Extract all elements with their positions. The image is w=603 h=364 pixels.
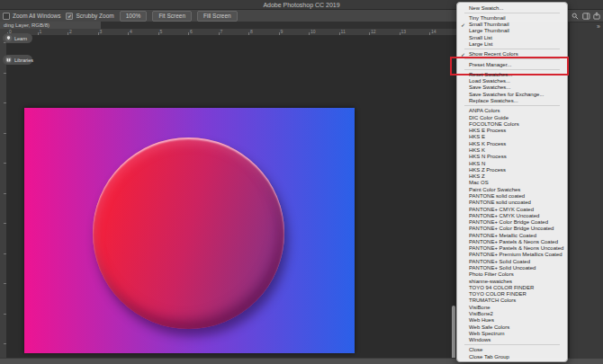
menu-item-label: Replace Swatches... <box>469 98 518 103</box>
ruler-number: 11 <box>341 29 346 34</box>
menu-item-web-hues[interactable]: Web Hues <box>457 317 567 324</box>
menu-item-label: shianne-swatches <box>469 279 512 284</box>
search-icon[interactable] <box>572 13 579 20</box>
menu-item-preset-manager[interactable]: Preset Manager... <box>457 61 567 67</box>
ruler-number: 4 <box>130 29 132 34</box>
menu-item-small-thumbnail[interactable]: ✓Small Thumbnail <box>457 22 567 28</box>
menu-item-label: TOYO COLOR FINDER <box>469 291 526 297</box>
option-checkbox-scrubby-zoom[interactable]: ✓Scrubby Zoom <box>66 13 113 20</box>
option-button-fit-screen[interactable]: Fit Screen <box>152 11 192 22</box>
menu-item-focoltone-colors[interactable]: FOCOLTONE Colors <box>457 120 567 127</box>
menu-item-mac-os[interactable]: Mac OS <box>457 180 567 186</box>
red-circle-artwork <box>93 138 284 329</box>
ruler-number: 1 <box>40 29 42 34</box>
menu-separator <box>464 344 560 345</box>
menu-item-label: VisiBone2 <box>469 311 493 316</box>
menu-item-close[interactable]: Close <box>457 347 567 353</box>
menu-item-visibone2[interactable]: VisiBone2 <box>457 310 567 316</box>
vertical-scrollbar-thumb[interactable] <box>452 306 455 364</box>
menu-item-close-tab-group[interactable]: Close Tab Group <box>457 353 567 360</box>
menu-item-pantone-metallic-coated[interactable]: PANTONE+ Metallic Coated <box>457 232 567 238</box>
menu-item-label: Tiny Thumbnail <box>469 15 506 21</box>
menu-item-windows[interactable]: Windows <box>457 337 567 343</box>
menu-item-toyo-color-finder[interactable]: TOYO COLOR FINDER <box>457 291 567 297</box>
menu-item-label: PANTONE+ Premium Metallics Coated <box>469 252 562 257</box>
option-button-fill-screen[interactable]: Fill Screen <box>197 11 238 22</box>
checkbox-unchecked-icon[interactable] <box>3 13 10 20</box>
menu-item-pantone-color-bridge-uncoated[interactable]: PANTONE+ Color Bridge Uncoated <box>457 226 567 232</box>
menu-item-toyo-94-color-finder[interactable]: TOYO 94 COLOR FINDER <box>457 284 567 290</box>
collapse-panels-icon[interactable]: » <box>597 23 600 30</box>
menu-item-hks-z-process[interactable]: HKS Z Process <box>457 166 567 173</box>
window-title: Adobe Photoshop CC 2019 <box>263 2 339 8</box>
menu-item-save-swatches[interactable]: Save Swatches... <box>457 84 567 91</box>
menu-item-large-list[interactable]: Large List <box>457 40 567 47</box>
menu-item-label: HKS E <box>469 134 485 139</box>
menu-item-label: DIC Color Guide <box>469 115 508 120</box>
menu-item-pantone-solid-uncoated[interactable]: PANTONE+ Solid Uncoated <box>457 264 567 271</box>
document-canvas[interactable] <box>24 108 355 353</box>
libraries-panel-button[interactable]: Libraries <box>3 55 32 65</box>
menu-item-dic-color-guide[interactable]: DIC Color Guide <box>457 114 567 120</box>
menu-item-shianne-swatches[interactable]: shianne-swatches <box>457 278 567 284</box>
menu-item-pantone-solid-uncoated[interactable]: PANTONE solid uncoated <box>457 200 567 206</box>
menu-item-label: New Swatch... <box>469 5 503 11</box>
checkmark-icon: ✓ <box>461 22 465 28</box>
menu-item-tiny-thumbnail[interactable]: Tiny Thumbnail <box>457 14 567 21</box>
checkbox-checked-icon[interactable]: ✓ <box>66 13 73 20</box>
menu-item-save-swatches-for-exchange[interactable]: Save Swatches for Exchange... <box>457 91 567 97</box>
photoshop-window: Adobe Photoshop CC 2019 Zoom All Windows… <box>0 0 603 364</box>
ruler-number: 7 <box>220 29 223 34</box>
ruler-number: 2 <box>69 29 72 34</box>
menu-item-pantone-solid-coated[interactable]: PANTONE+ Solid Coated <box>457 258 567 264</box>
share-icon[interactable] <box>593 12 600 20</box>
menu-item-label: Small Thumbnail <box>469 22 509 27</box>
menu-item-hks-e-process[interactable]: HKS E Process <box>457 128 567 134</box>
menu-item-pantone-color-bridge-coated[interactable]: PANTONE+ Color Bridge Coated <box>457 218 567 225</box>
menu-item-hks-k-process[interactable]: HKS K Process <box>457 140 567 146</box>
menu-separator <box>464 13 560 13</box>
menu-item-pantone-solid-coated[interactable]: PANTONE solid coated <box>457 192 567 199</box>
ruler-number: 8 <box>250 29 253 34</box>
menu-item-label: Small List <box>469 35 492 40</box>
ruler-number: 9 <box>281 29 284 34</box>
menu-item-hks-n-process[interactable]: HKS N Process <box>457 154 567 160</box>
menu-item-anpa-colors[interactable]: ANPA Colors <box>457 108 567 114</box>
menu-item-pantone-cmyk-uncoated[interactable]: PANTONE+ CMYK Uncoated <box>457 212 567 218</box>
document-tab[interactable]: ding Layer, RGB/8) <box>0 22 101 29</box>
menu-item-label: Show Recent Colors <box>469 51 518 57</box>
menu-item-pantone-premium-metallics-coated[interactable]: PANTONE+ Premium Metallics Coated <box>457 252 567 258</box>
menu-item-photo-filter-colors[interactable]: Photo Filter Colors <box>457 271 567 278</box>
menu-item-hks-k[interactable]: HKS K <box>457 146 567 153</box>
menu-item-label: Preset Manager... <box>469 62 511 67</box>
menu-item-trumatch-colors[interactable]: TRUMATCH Colors <box>457 297 567 304</box>
workspace-icon[interactable] <box>582 13 590 20</box>
menu-item-label: PANTONE+ CMYK Uncoated <box>469 213 539 218</box>
menu-item-label: TRUMATCH Colors <box>469 297 516 303</box>
option-button-100[interactable]: 100% <box>120 11 148 22</box>
menu-item-visibone[interactable]: VisiBone <box>457 304 567 310</box>
menu-item-hks-e[interactable]: HKS E <box>457 134 567 140</box>
option-checkbox-zoom-all-windows[interactable]: Zoom All Windows <box>3 13 60 20</box>
menu-item-reset-swatches[interactable]: Reset Swatches... <box>457 71 567 77</box>
menu-item-large-thumbnail[interactable]: Large Thumbnail <box>457 28 567 34</box>
menu-item-label: FOCOLTONE Colors <box>469 121 519 127</box>
learn-panel-button[interactable]: Learn <box>3 33 32 43</box>
menu-item-new-swatch[interactable]: New Swatch... <box>457 4 567 11</box>
menu-item-web-spectrum[interactable]: Web Spectrum <box>457 330 567 336</box>
menu-item-pantone-pastels-neons-uncoated[interactable]: PANTONE+ Pastels & Neons Uncoated <box>457 245 567 252</box>
menu-item-paint-color-swatches[interactable]: Paint Color Swatches <box>457 186 567 192</box>
menu-item-label: HKS Z <box>469 173 485 179</box>
option-checkbox-label: Scrubby Zoom <box>76 13 113 19</box>
menu-item-web-safe-colors[interactable]: Web Safe Colors <box>457 324 567 330</box>
swatches-panel-menu: New Swatch...Tiny Thumbnail✓Small Thumbn… <box>456 2 568 362</box>
menu-item-replace-swatches[interactable]: Replace Swatches... <box>457 97 567 103</box>
menu-item-pantone-pastels-neons-coated[interactable]: PANTONE+ Pastels & Neons Coated <box>457 238 567 244</box>
menu-item-load-swatches[interactable]: Load Swatches... <box>457 78 567 84</box>
menu-item-show-recent-colors[interactable]: ✓Show Recent Colors <box>457 51 567 58</box>
menu-item-hks-n[interactable]: HKS N <box>457 160 567 166</box>
menu-item-label: PANTONE+ Pastels & Neons Coated <box>469 239 558 244</box>
menu-item-hks-z[interactable]: HKS Z <box>457 173 567 179</box>
menu-item-pantone-cmyk-coated[interactable]: PANTONE+ CMYK Coated <box>457 206 567 212</box>
menu-item-small-list[interactable]: Small List <box>457 34 567 40</box>
